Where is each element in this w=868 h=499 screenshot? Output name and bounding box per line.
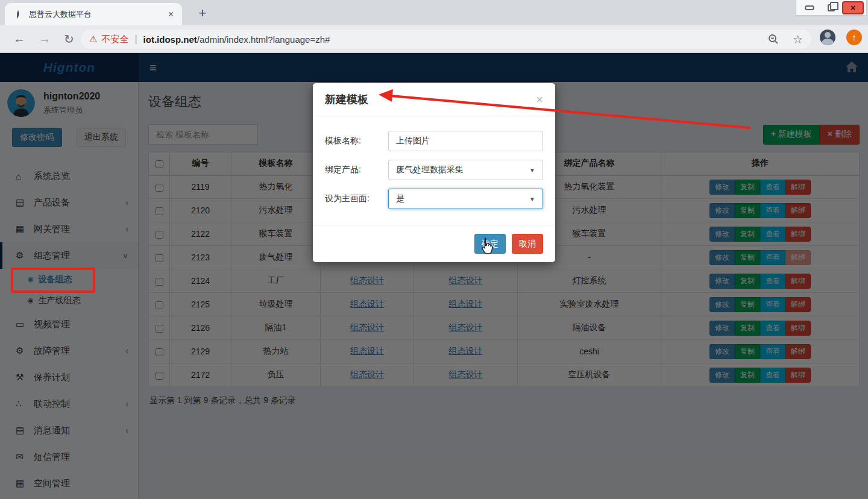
tab-strip: 思普云大数据平台 × + × bbox=[0, 0, 868, 25]
url-domain: iot.idosp.net bbox=[143, 34, 197, 45]
close-tab-icon[interactable]: × bbox=[166, 10, 176, 19]
browser-update-icon[interactable]: ↑ bbox=[846, 30, 862, 45]
security-label: 不安全 bbox=[101, 34, 128, 45]
minimize-button[interactable] bbox=[799, 1, 820, 14]
browser-toolbar: ← → ↻ ⚠ 不安全 | iot.idosp.net /admin/index… bbox=[0, 25, 868, 53]
restore-button[interactable] bbox=[820, 1, 842, 14]
app-viewport: Hignton ≡ hignton2020 系统 bbox=[0, 53, 868, 499]
forward-button[interactable]: → bbox=[39, 32, 51, 46]
zoom-out-icon[interactable] bbox=[767, 33, 779, 45]
modal-close-icon[interactable]: × bbox=[536, 94, 543, 105]
template-name-label: 模板名称: bbox=[325, 136, 388, 146]
security-warning-icon: ⚠ bbox=[89, 34, 97, 45]
main-screen-select[interactable]: 是 ▼ bbox=[388, 189, 543, 209]
bookmark-star-icon[interactable]: ☆ bbox=[793, 33, 803, 46]
main-screen-label: 设为主画面: bbox=[325, 193, 388, 204]
url-path: /admin/index.html?language=zh# bbox=[197, 34, 330, 45]
url-separator: | bbox=[134, 34, 137, 45]
back-button[interactable]: ← bbox=[13, 32, 25, 46]
restore-icon bbox=[828, 4, 835, 11]
tab-title: 思普云大数据平台 bbox=[29, 9, 166, 20]
browser-tab[interactable]: 思普云大数据平台 × bbox=[5, 3, 182, 25]
screen: 思普云大数据平台 × + × ← → ↻ ⚠ 不安全 | iot.idosp.n… bbox=[0, 0, 868, 499]
favicon-icon bbox=[13, 10, 23, 19]
address-bar[interactable]: ⚠ 不安全 | iot.idosp.net /admin/index.html?… bbox=[81, 30, 811, 49]
cancel-button[interactable]: 取消 bbox=[512, 234, 543, 254]
bind-product-select[interactable]: 废气处理数据采集 ▼ bbox=[388, 160, 543, 180]
new-tab-button[interactable]: + bbox=[194, 5, 211, 22]
bind-product-label: 绑定产品: bbox=[325, 165, 388, 175]
modal-title: 新建模板 bbox=[325, 92, 368, 107]
caret-down-icon: ▼ bbox=[529, 167, 535, 174]
window-controls: × bbox=[796, 0, 867, 16]
template-name-input[interactable] bbox=[388, 131, 543, 151]
new-template-modal: 新建模板 × 模板名称: 绑定产品: 废气处理数据采集 ▼ 设为主画面: bbox=[313, 83, 555, 262]
confirm-button[interactable]: 确定 bbox=[474, 234, 506, 254]
caret-down-icon: ▼ bbox=[529, 196, 535, 202]
close-window-button[interactable]: × bbox=[842, 1, 864, 14]
minimize-icon bbox=[805, 5, 814, 10]
browser-chrome: 思普云大数据平台 × + × ← → ↻ ⚠ 不安全 | iot.idosp.n… bbox=[0, 0, 868, 53]
reload-button[interactable]: ↻ bbox=[64, 32, 74, 46]
browser-profile-icon[interactable] bbox=[820, 30, 835, 45]
